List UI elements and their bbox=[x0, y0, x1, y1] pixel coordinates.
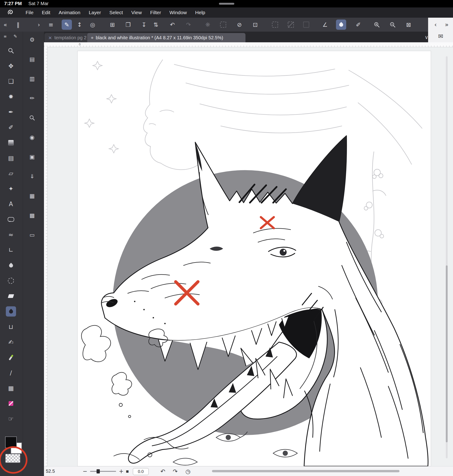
tool-calligraphy[interactable]: ✍ bbox=[6, 337, 16, 347]
menu-window[interactable]: Window bbox=[169, 10, 187, 15]
undo-button-bottom[interactable]: ↶ bbox=[158, 467, 167, 475]
panel-import[interactable]: ⇓ bbox=[28, 172, 37, 181]
undo-button[interactable]: ↶ bbox=[167, 20, 177, 30]
menu-view[interactable]: View bbox=[131, 10, 142, 15]
panel-timeline[interactable]: ▭ bbox=[28, 230, 37, 240]
vector-snap-button[interactable]: ✐ bbox=[353, 20, 363, 30]
tool-figure[interactable]: ▱ bbox=[6, 168, 16, 179]
collapse-right-panel-icon[interactable]: ‹ bbox=[431, 20, 441, 30]
tool-hand[interactable]: ☞ bbox=[6, 414, 16, 424]
canvas-area[interactable]: 0 bbox=[44, 42, 453, 466]
redo-button[interactable]: ↷ bbox=[183, 20, 194, 30]
tool-decoration[interactable]: ✦ bbox=[6, 184, 16, 194]
brush-green-icon bbox=[9, 354, 14, 360]
panel-layer-property[interactable]: ▥ bbox=[28, 74, 37, 83]
tool-text[interactable]: A bbox=[6, 199, 16, 209]
panel-navigator[interactable] bbox=[28, 113, 37, 123]
invert-selection-button[interactable] bbox=[286, 20, 296, 30]
zoom-slider-handle[interactable] bbox=[97, 469, 100, 473]
tool-eraser[interactable] bbox=[6, 291, 16, 301]
menu-filter[interactable]: Filter bbox=[150, 10, 161, 15]
zoom-slider-track[interactable] bbox=[90, 471, 116, 472]
tool-fill-bucket[interactable]: ⊔ bbox=[6, 322, 16, 332]
gradient-icon bbox=[8, 140, 14, 145]
collapse-panel-icon[interactable]: « bbox=[0, 20, 10, 30]
panel-subtool[interactable]: ✏ bbox=[28, 94, 37, 103]
zoom-minus-button[interactable]: − bbox=[81, 468, 89, 475]
panel-layer-stack[interactable]: ▣ bbox=[28, 152, 37, 162]
menu-animation[interactable]: Animation bbox=[59, 10, 80, 15]
inbox-icon[interactable]: ✉ bbox=[436, 32, 446, 41]
panel-timelapse[interactable]: ◉ bbox=[28, 133, 37, 142]
rotation-value-box[interactable]: 0.0 bbox=[133, 468, 149, 475]
edit-mode-button[interactable]: ✎ bbox=[62, 20, 72, 30]
smooth-mode-button[interactable] bbox=[336, 20, 346, 30]
open-file-button[interactable]: ❐ bbox=[123, 20, 133, 30]
menu-help[interactable]: Help bbox=[195, 10, 205, 15]
tool-highlighter[interactable] bbox=[6, 398, 16, 409]
tool-correction[interactable]: ≈ bbox=[6, 230, 16, 240]
panel-material[interactable]: ▩ bbox=[28, 211, 37, 220]
select-area-button[interactable] bbox=[270, 20, 280, 30]
deselect-button[interactable] bbox=[218, 20, 228, 30]
tool-brush[interactable] bbox=[6, 352, 16, 363]
selection-border-button[interactable] bbox=[301, 20, 311, 30]
tab-active-document[interactable]: ● black and white illustration * (A4 8.2… bbox=[87, 33, 246, 42]
tool-airbrush[interactable] bbox=[6, 260, 16, 270]
tool-anchor-point[interactable]: ∟ bbox=[6, 245, 16, 255]
fit-screen-button[interactable]: ⊠ bbox=[403, 20, 414, 30]
crop-frame-button[interactable]: ⊡ bbox=[250, 20, 260, 30]
reset-rotation-icon[interactable]: ■ bbox=[126, 470, 129, 473]
tool-panel: ≡ ✎ ✥ ❏ ✸ ✒ ✐ ▤ ▱ ✦ A ≈ ∟ ⊔ ✍ ∕ ▦ ☞ ⚙ ▤ … bbox=[0, 32, 44, 476]
tab-temptation-pg2[interactable]: × temptation pg 2 bbox=[44, 33, 93, 42]
expand-right-panel-icon[interactable]: » bbox=[442, 20, 452, 30]
tool-pattern-stamp[interactable]: ▦ bbox=[6, 383, 16, 393]
tool-balloon[interactable] bbox=[6, 214, 16, 225]
tool-move[interactable]: ✥ bbox=[6, 61, 16, 71]
zoom-plus-button[interactable]: + bbox=[118, 468, 125, 475]
tool-selection[interactable] bbox=[6, 276, 16, 286]
zoom-in-button[interactable] bbox=[372, 20, 382, 30]
tab-list-chevron-icon[interactable]: ∨ bbox=[423, 34, 430, 41]
tool-frame-border[interactable]: ▤ bbox=[6, 153, 16, 163]
menu-select[interactable]: Select bbox=[109, 10, 123, 15]
panel-layers[interactable]: ▤ bbox=[28, 55, 37, 64]
panel-color-set[interactable]: ▦ bbox=[28, 191, 37, 200]
tool-auto-select[interactable]: ✸ bbox=[6, 92, 16, 102]
panel-handle-icon[interactable]: ∥ bbox=[13, 20, 23, 30]
panel-quick-settings[interactable]: ⚙ bbox=[28, 35, 37, 44]
tool-line[interactable]: ∕ bbox=[6, 368, 16, 378]
tool-blend-selected[interactable] bbox=[6, 306, 16, 317]
canvas-artwork[interactable] bbox=[44, 42, 453, 466]
timelapse-timer-icon[interactable]: ◷ bbox=[184, 467, 192, 475]
toolbar-header-pencil-icon[interactable]: ✎ bbox=[12, 33, 19, 40]
toolbar-header-menu-icon[interactable]: ≡ bbox=[2, 34, 8, 39]
save-button[interactable]: ↧ bbox=[139, 20, 149, 30]
horizontal-scrollbar[interactable] bbox=[212, 470, 399, 472]
tool-eyedropper[interactable]: ✐ bbox=[6, 122, 16, 132]
main-menu-button[interactable]: ≡ bbox=[46, 20, 56, 30]
expand-panel-icon[interactable]: › bbox=[34, 20, 44, 30]
new-canvas-button[interactable]: ⊞ bbox=[107, 20, 118, 30]
multitasking-pill[interactable] bbox=[219, 3, 234, 5]
zoom-out-button[interactable] bbox=[387, 20, 398, 30]
close-tab-icon[interactable]: × bbox=[48, 35, 52, 41]
menu-layer[interactable]: Layer bbox=[89, 10, 101, 15]
vertical-scrollbar-thumb[interactable] bbox=[446, 265, 448, 442]
menu-file[interactable]: File bbox=[26, 10, 34, 15]
vertical-scrollbar[interactable] bbox=[446, 56, 448, 458]
clear-selection-button[interactable]: ⊘ bbox=[234, 20, 245, 30]
menu-edit[interactable]: Edit bbox=[42, 10, 50, 15]
select-area-icon bbox=[272, 22, 278, 28]
clip-studio-button[interactable]: ◎ bbox=[87, 20, 98, 30]
save-options-button[interactable]: ⇅ bbox=[151, 20, 161, 30]
tool-pen[interactable]: ✒ bbox=[6, 107, 16, 117]
tool-gradient[interactable] bbox=[6, 138, 16, 148]
tool-zoom[interactable] bbox=[6, 46, 16, 56]
ios-status-bar: 7:27 PM Sat 7 Mar bbox=[0, 0, 453, 7]
collapsed-right-panel: ‹ » ✉ bbox=[428, 18, 453, 42]
snap-ruler-button[interactable]: ∠ bbox=[320, 20, 330, 30]
swap-colors-button[interactable]: ↕ bbox=[74, 20, 85, 30]
tool-object[interactable]: ❏ bbox=[6, 76, 16, 86]
redo-button-bottom[interactable]: ↷ bbox=[171, 467, 180, 475]
